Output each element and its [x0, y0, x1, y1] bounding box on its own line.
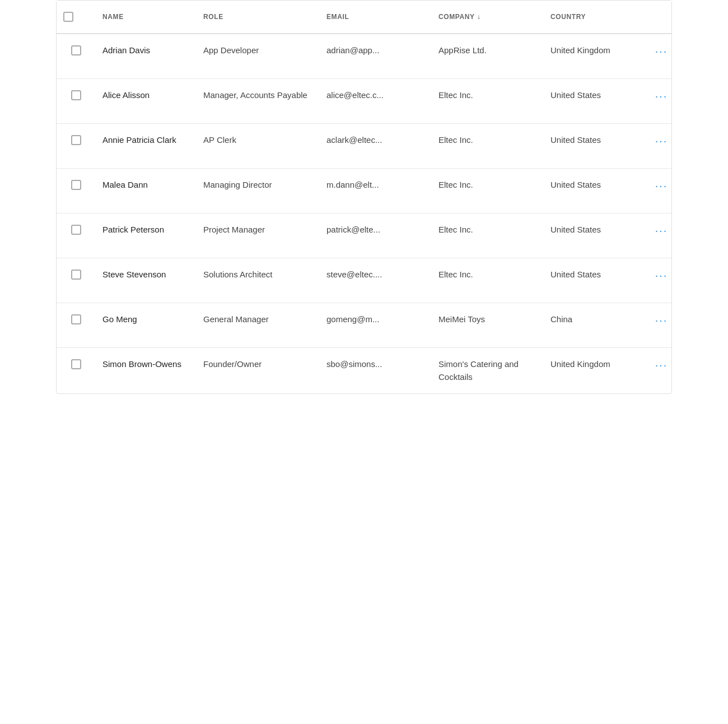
- table-row: Adrian Davis App Developer adrian@app...…: [57, 34, 671, 79]
- row-country-0: United Kingdom: [544, 34, 645, 78]
- table-row: Alice Alisson Manager, Accounts Payable …: [57, 79, 671, 124]
- table-header: NAME ROLE EMAIL COMPANY ↓ COUNTRY: [57, 1, 671, 34]
- row-company-1: Eltec Inc.: [432, 79, 544, 123]
- row-actions-2[interactable]: ···: [645, 124, 678, 168]
- row-checkbox-2[interactable]: [71, 135, 81, 145]
- row-actions-0[interactable]: ···: [645, 34, 678, 78]
- row-menu-icon-4[interactable]: ···: [655, 225, 668, 236]
- row-checkbox-cell: [57, 34, 96, 78]
- table-row: Annie Patricia Clark AP Clerk aclark@elt…: [57, 124, 671, 169]
- row-email-0: adrian@app...: [320, 34, 432, 78]
- row-menu-icon-5[interactable]: ···: [655, 270, 668, 281]
- row-checkbox-0[interactable]: [71, 45, 81, 55]
- row-email-7: sbo@simons...: [320, 348, 432, 393]
- row-company-6: MeiMei Toys: [432, 303, 544, 347]
- select-all-checkbox[interactable]: [63, 12, 73, 22]
- row-name-2: Annie Patricia Clark: [96, 124, 197, 168]
- row-country-1: United States: [544, 79, 645, 123]
- row-actions-1[interactable]: ···: [645, 79, 678, 123]
- row-checkbox-cell: [57, 258, 96, 303]
- row-country-3: United States: [544, 169, 645, 213]
- row-checkbox-cell: [57, 348, 96, 393]
- row-checkbox-3[interactable]: [71, 180, 81, 190]
- header-role: ROLE: [197, 7, 320, 26]
- row-company-4: Eltec Inc.: [432, 214, 544, 258]
- sort-arrow-icon: ↓: [477, 13, 481, 21]
- row-role-7: Founder/Owner: [197, 348, 320, 393]
- row-company-2: Eltec Inc.: [432, 124, 544, 168]
- row-role-3: Managing Director: [197, 169, 320, 213]
- row-role-2: AP Clerk: [197, 124, 320, 168]
- row-menu-icon-1[interactable]: ···: [655, 90, 668, 101]
- row-checkbox-6[interactable]: [71, 314, 81, 324]
- row-name-1: Alice Alisson: [96, 79, 197, 123]
- row-role-5: Solutions Architect: [197, 258, 320, 303]
- row-checkbox-cell: [57, 303, 96, 347]
- row-menu-icon-3[interactable]: ···: [655, 180, 668, 191]
- row-country-6: China: [544, 303, 645, 347]
- row-checkbox-4[interactable]: [71, 225, 81, 235]
- row-checkbox-1[interactable]: [71, 90, 81, 100]
- table-row: Go Meng General Manager gomeng@m... MeiM…: [57, 303, 671, 348]
- row-checkbox-cell: [57, 79, 96, 123]
- row-actions-3[interactable]: ···: [645, 169, 678, 213]
- row-country-5: United States: [544, 258, 645, 303]
- contacts-table: NAME ROLE EMAIL COMPANY ↓ COUNTRY Adrian…: [56, 0, 672, 394]
- row-checkbox-5[interactable]: [71, 270, 81, 280]
- row-country-7: United Kingdom: [544, 348, 645, 393]
- row-email-4: patrick@elte...: [320, 214, 432, 258]
- row-role-6: General Manager: [197, 303, 320, 347]
- row-checkbox-cell: [57, 124, 96, 168]
- row-name-4: Patrick Peterson: [96, 214, 197, 258]
- table-row: Simon Brown-Owens Founder/Owner sbo@simo…: [57, 348, 671, 393]
- row-actions-6[interactable]: ···: [645, 303, 678, 347]
- row-name-7: Simon Brown-Owens: [96, 348, 197, 393]
- row-role-1: Manager, Accounts Payable: [197, 79, 320, 123]
- row-company-7: Simon's Catering and Cocktails: [432, 348, 544, 393]
- table-body: Adrian Davis App Developer adrian@app...…: [57, 34, 671, 393]
- row-menu-icon-6[interactable]: ···: [655, 314, 668, 326]
- header-country: COUNTRY: [544, 7, 645, 26]
- row-email-6: gomeng@m...: [320, 303, 432, 347]
- row-checkbox-cell: [57, 169, 96, 213]
- row-checkbox-7[interactable]: [71, 359, 81, 369]
- table-row: Malea Dann Managing Director m.dann@elt.…: [57, 169, 671, 214]
- row-menu-icon-7[interactable]: ···: [655, 359, 668, 370]
- row-actions-5[interactable]: ···: [645, 258, 678, 303]
- header-company[interactable]: COMPANY ↓: [432, 7, 544, 26]
- table-row: Steve Stevenson Solutions Architect stev…: [57, 258, 671, 303]
- row-name-6: Go Meng: [96, 303, 197, 347]
- row-role-4: Project Manager: [197, 214, 320, 258]
- header-name: NAME: [96, 7, 197, 26]
- table-row: Patrick Peterson Project Manager patrick…: [57, 214, 671, 258]
- header-actions: [645, 7, 678, 26]
- row-email-1: alice@eltec.c...: [320, 79, 432, 123]
- row-checkbox-cell: [57, 214, 96, 258]
- row-name-3: Malea Dann: [96, 169, 197, 213]
- row-email-3: m.dann@elt...: [320, 169, 432, 213]
- row-name-5: Steve Stevenson: [96, 258, 197, 303]
- row-menu-icon-2[interactable]: ···: [655, 135, 668, 146]
- row-country-4: United States: [544, 214, 645, 258]
- row-company-5: Eltec Inc.: [432, 258, 544, 303]
- header-email: EMAIL: [320, 7, 432, 26]
- row-role-0: App Developer: [197, 34, 320, 78]
- row-name-0: Adrian Davis: [96, 34, 197, 78]
- row-actions-4[interactable]: ···: [645, 214, 678, 258]
- row-menu-icon-0[interactable]: ···: [655, 45, 668, 57]
- row-company-3: Eltec Inc.: [432, 169, 544, 213]
- row-email-5: steve@eltec....: [320, 258, 432, 303]
- row-email-2: aclark@eltec...: [320, 124, 432, 168]
- header-checkbox[interactable]: [57, 7, 96, 26]
- row-company-0: AppRise Ltd.: [432, 34, 544, 78]
- row-actions-7[interactable]: ···: [645, 348, 678, 393]
- row-country-2: United States: [544, 124, 645, 168]
